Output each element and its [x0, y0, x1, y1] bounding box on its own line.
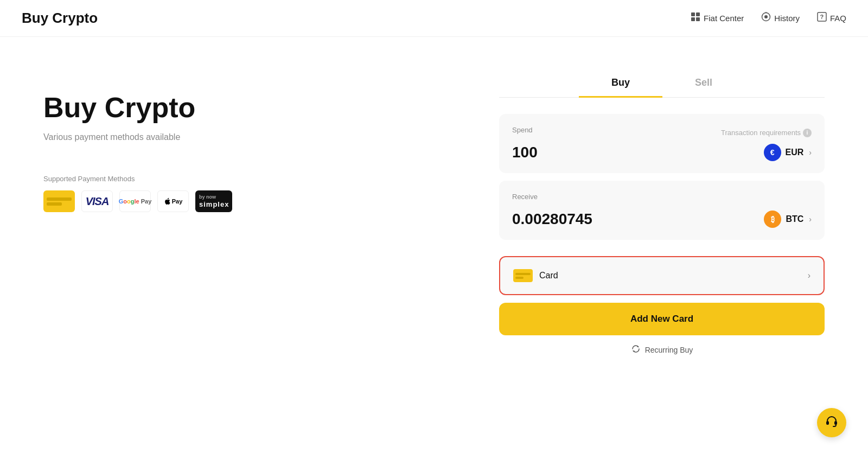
btc-chevron-icon: ›	[809, 215, 812, 224]
payment-icons: VISA Google Pay Pay by now simplex	[43, 190, 456, 212]
nav-history[interactable]: History	[761, 12, 800, 24]
faq-label: FAQ	[830, 14, 846, 23]
payment-icon-applepay: Pay	[157, 190, 189, 212]
header-nav: Fiat Center History ? FAQ	[691, 12, 846, 24]
gpay-text: Google Pay	[119, 198, 152, 205]
hero-title: Buy Crypto	[43, 91, 456, 124]
recurring-icon	[631, 344, 641, 356]
btc-badge: ₿	[764, 211, 781, 228]
recurring-buy[interactable]: Recurring Buy	[499, 344, 825, 356]
svg-rect-9	[834, 421, 837, 425]
applepay-text: Pay	[164, 197, 183, 205]
history-label: History	[774, 14, 800, 23]
hero-subtitle: Various payment methods available	[43, 132, 456, 142]
left-panel: Buy Crypto Various payment methods avail…	[43, 69, 456, 356]
visa-text: VISA	[86, 195, 109, 208]
spend-value: 100	[512, 144, 538, 161]
history-icon	[761, 12, 771, 24]
btc-currency-selector[interactable]: ₿ BTC ›	[764, 211, 812, 228]
svg-text:?: ?	[820, 14, 824, 20]
receive-card: Receive 0.00280745 ₿ BTC ›	[499, 181, 825, 240]
mini-card-icon	[513, 269, 533, 282]
question-icon: ?	[817, 12, 827, 24]
add-new-card-button[interactable]: Add New Card	[499, 303, 825, 335]
eur-chevron-icon: ›	[809, 148, 812, 157]
svg-rect-3	[696, 17, 700, 21]
transaction-req-text: Transaction requirements	[721, 129, 801, 137]
right-panel: Buy Sell Spend Transaction requirements …	[499, 69, 825, 356]
payment-icon-gpay: Google Pay	[119, 190, 151, 212]
tab-sell[interactable]: Sell	[662, 69, 745, 98]
grid-icon	[691, 12, 700, 24]
svg-rect-1	[696, 12, 700, 16]
svg-rect-2	[691, 17, 695, 21]
recurring-buy-label: Recurring Buy	[645, 346, 693, 354]
support-fab[interactable]	[817, 408, 846, 437]
payment-icon-visa: VISA	[81, 190, 113, 212]
page-title: Buy Crypto	[22, 10, 98, 27]
tabs: Buy Sell	[499, 69, 825, 98]
payment-icon-simplex: by now simplex	[195, 190, 232, 212]
svg-rect-8	[826, 421, 829, 425]
headset-icon	[825, 414, 839, 431]
payment-method-label: Card	[539, 271, 558, 280]
btc-code: BTC	[786, 214, 803, 224]
fiat-center-label: Fiat Center	[704, 14, 744, 23]
transaction-requirements: Transaction requirements i	[721, 129, 812, 137]
nav-faq[interactable]: ? FAQ	[817, 12, 846, 24]
eur-symbol: €	[770, 148, 775, 157]
tab-buy[interactable]: Buy	[579, 69, 662, 98]
svg-point-5	[764, 15, 768, 18]
payment-icon-card	[43, 190, 75, 212]
eur-code: EUR	[786, 148, 804, 157]
payment-method-chevron-icon: ›	[808, 271, 810, 280]
card-stripe-top	[47, 197, 72, 201]
eur-currency-selector[interactable]: € EUR ›	[764, 144, 812, 161]
main-content: Buy Crypto Various payment methods avail…	[0, 37, 868, 378]
spend-label: Spend	[512, 126, 533, 134]
info-icon: i	[803, 129, 812, 137]
nav-fiat-center[interactable]: Fiat Center	[691, 12, 744, 24]
svg-rect-0	[691, 12, 695, 16]
receive-value: 0.00280745	[512, 211, 592, 228]
btc-symbol: ₿	[771, 215, 775, 224]
payment-method-card[interactable]: Card ›	[499, 256, 825, 295]
payment-methods-label: Supported Payment Methods	[43, 175, 456, 183]
card-stripe-bottom	[47, 202, 62, 206]
header: Buy Crypto Fiat Center Histor	[0, 0, 868, 37]
receive-label: Receive	[512, 193, 538, 201]
spend-card: Spend Transaction requirements i 100 € E…	[499, 114, 825, 173]
eur-badge: €	[764, 144, 781, 161]
